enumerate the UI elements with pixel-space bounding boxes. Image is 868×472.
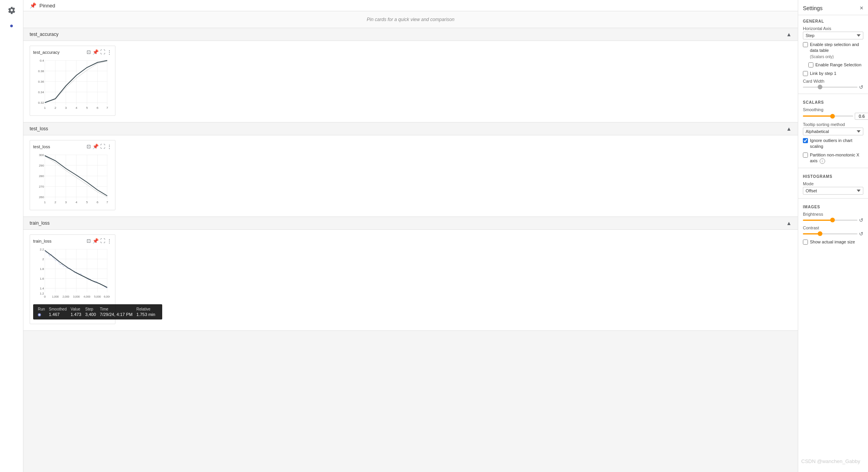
settings-panel: Settings × GENERAL Horizontal Axis Step …	[798, 0, 868, 472]
show-actual-size-row: Show actual image size	[798, 238, 868, 246]
card-container-test-accuracy: test_accuracy ⊡ 📌 ⛶ ⋮	[23, 41, 798, 122]
chart-title-test-accuracy: test_accuracy	[33, 50, 60, 55]
info-icon[interactable]: i	[820, 158, 825, 164]
partition-nonmonotonic-label: Partition non-monotonic X axis i	[810, 152, 863, 164]
contrast-label: Contrast	[803, 225, 863, 230]
chart-title-train-loss: train_loss	[33, 239, 51, 243]
card-container-train-loss: train_loss ⊡ 📌 ⛶ ⋮	[23, 230, 798, 331]
chart-card-actions-train-loss: ⊡ 📌 ⛶ ⋮	[87, 238, 112, 244]
enable-range-selection-checkbox[interactable]	[808, 62, 813, 67]
tooltip-header-value: Value	[70, 307, 85, 312]
smoothing-row: Smoothing	[798, 106, 868, 121]
tooltip-row-smoothed: 1.467	[48, 312, 70, 317]
show-actual-size-label: Show actual image size	[810, 239, 855, 245]
card-width-reset-icon[interactable]: ↺	[859, 84, 863, 90]
svg-text:270: 270	[39, 185, 44, 188]
pin-card-icon[interactable]: 📌	[92, 49, 99, 55]
svg-text:0.34: 0.34	[38, 90, 44, 94]
section-header-test-accuracy[interactable]: test_accuracy ▲	[23, 28, 798, 41]
fullscreen-icon-2[interactable]: ⛶	[100, 144, 105, 149]
fullscreen-icon[interactable]: ⛶	[100, 49, 105, 55]
section-header-train-loss[interactable]: train_loss ▲	[23, 217, 798, 230]
partition-nonmonotonic-checkbox[interactable]	[803, 153, 808, 158]
smoothing-slider-container	[803, 113, 863, 120]
general-section-label: GENERAL	[798, 15, 868, 25]
svg-text:260: 260	[39, 195, 44, 199]
enable-step-selection-label: Enable step selection and data table (Sc…	[810, 42, 863, 60]
smoothing-slider[interactable]	[803, 115, 853, 117]
expand-small-icon-3[interactable]: ⊡	[87, 238, 91, 244]
section-title-train-loss: train_loss	[30, 220, 50, 226]
svg-text:6: 6	[97, 201, 99, 204]
ignore-outliers-row: Ignore outliers in chart scaling	[798, 137, 868, 151]
svg-text:3,000: 3,000	[73, 295, 80, 298]
expand-small-icon[interactable]: ⊡	[87, 49, 91, 55]
card-width-slider[interactable]	[803, 87, 857, 88]
more-icon-2[interactable]: ⋮	[107, 144, 112, 149]
tooltip-row-step: 3,400	[84, 312, 99, 317]
link-by-step-checkbox[interactable]	[803, 71, 808, 76]
histograms-section-label: HISTOGRAMS	[798, 170, 868, 180]
chart-card-test-accuracy: test_accuracy ⊡ 📌 ⛶ ⋮	[30, 46, 115, 116]
settings-header: Settings ×	[798, 0, 868, 15]
more-icon-3[interactable]: ⋮	[107, 238, 112, 244]
enable-step-selection-checkbox[interactable]	[803, 42, 808, 47]
chart-card-test-loss: test_loss ⊡ 📌 ⛶ ⋮	[30, 140, 115, 210]
brightness-reset-icon[interactable]: ↺	[859, 217, 863, 223]
ignore-outliers-checkbox[interactable]	[803, 138, 808, 143]
pin-card-icon-3[interactable]: 📌	[92, 238, 99, 244]
chart-svg-train-loss: 2.2 2 1.8 1.6 1.4 1.2 0 1,000 2,000 3,00…	[33, 245, 110, 300]
contrast-reset-icon[interactable]: ↺	[859, 231, 863, 237]
smoothing-value-input[interactable]	[855, 113, 868, 120]
svg-text:4: 4	[76, 106, 78, 110]
svg-text:0.32: 0.32	[38, 101, 44, 105]
card-width-slider-container: ↺	[803, 84, 863, 90]
svg-text:1.6: 1.6	[40, 277, 44, 280]
card-container-test-loss: test_loss ⊡ 📌 ⛶ ⋮	[23, 135, 798, 217]
mode-dropdown[interactable]: Offset Overlay	[803, 187, 863, 195]
brightness-label: Brightness	[803, 212, 863, 216]
settings-close-button[interactable]: ×	[860, 5, 863, 12]
sidebar: ●	[0, 0, 23, 472]
tooltip-sorting-dropdown[interactable]: Alphabetical Ascending Descending Defaul…	[803, 128, 863, 135]
enable-step-selection-row: Enable step selection and data table (Sc…	[798, 41, 868, 61]
svg-text:4: 4	[76, 201, 78, 204]
settings-panel-title: Settings	[803, 5, 823, 11]
svg-text:0.36: 0.36	[38, 80, 44, 83]
tooltip-header-run: Run	[37, 307, 48, 312]
tooltip-header-time: Time	[99, 307, 136, 312]
brightness-slider[interactable]	[803, 220, 857, 221]
tooltip-sorting-label: Tooltip sorting method	[803, 122, 863, 127]
settings-sidebar-icon[interactable]	[5, 4, 18, 16]
horizontal-axis-dropdown[interactable]: Step Relative Wall	[803, 32, 863, 39]
scalars-section-label: SCALARS	[798, 96, 868, 106]
card-width-label: Card Width	[803, 79, 863, 83]
smoothing-label: Smoothing	[803, 107, 863, 112]
pin-message: Pin cards for a quick view and compariso…	[23, 11, 798, 28]
chart-card-header-test-accuracy: test_accuracy ⊡ 📌 ⛶ ⋮	[33, 49, 112, 55]
pin-card-icon-2[interactable]: 📌	[92, 144, 99, 149]
circle-sidebar-icon[interactable]: ●	[5, 20, 18, 32]
contrast-slider[interactable]	[803, 233, 857, 234]
fullscreen-icon-3[interactable]: ⛶	[100, 238, 105, 244]
chevron-up-icon-train-loss: ▲	[786, 220, 792, 226]
chevron-up-icon-test-loss: ▲	[786, 126, 792, 132]
chart-title-test-loss: test_loss	[33, 144, 50, 149]
section-header-test-loss[interactable]: test_loss ▲	[23, 122, 798, 135]
chart-card-train-loss: train_loss ⊡ 📌 ⛶ ⋮	[30, 234, 115, 324]
show-actual-size-checkbox[interactable]	[803, 240, 808, 245]
card-width-row: Card Width ↺	[798, 78, 868, 91]
svg-text:5,000: 5,000	[94, 295, 101, 298]
brightness-slider-container: ↺	[803, 217, 863, 223]
images-section-label: IMAGES	[798, 201, 868, 211]
more-icon[interactable]: ⋮	[107, 49, 112, 55]
tooltip-table: Run Smoothed Value Step Time Relative 1.…	[33, 304, 162, 319]
svg-text:3: 3	[65, 201, 67, 204]
expand-small-icon-2[interactable]: ⊡	[87, 144, 91, 149]
svg-text:290: 290	[39, 164, 44, 167]
mode-row: Mode Offset Overlay	[798, 180, 868, 196]
svg-text:0.38: 0.38	[38, 69, 44, 73]
chart-svg-test-accuracy: 0.4 0.38 0.36 0.34 0.32 1 2 3 4 5 6 7	[33, 57, 110, 111]
svg-text:6,000: 6,000	[104, 295, 110, 298]
section-title-test-loss: test_loss	[30, 126, 48, 131]
